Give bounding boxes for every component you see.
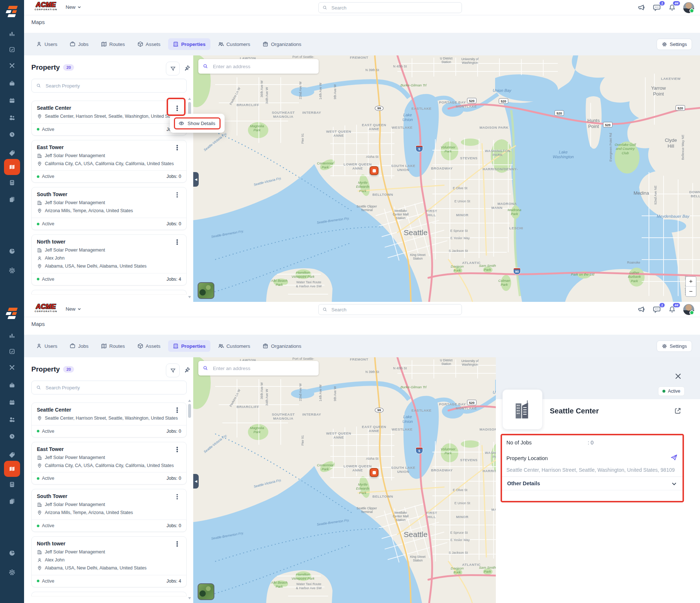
announcements-button[interactable]	[637, 3, 646, 12]
user-avatar[interactable]	[683, 2, 694, 13]
sidebar-item-dashboard[interactable]	[8, 30, 16, 37]
more-options-button[interactable]	[173, 446, 181, 453]
zoom-in-button[interactable]: +	[686, 277, 696, 287]
tab-users[interactable]: Users	[31, 38, 62, 50]
scroll-down-arrow[interactable]	[188, 296, 191, 298]
sidebar-item-settings[interactable]	[8, 569, 16, 576]
map-address-search[interactable]	[198, 361, 319, 376]
tab-assets[interactable]: Assets	[133, 340, 166, 352]
satellite-layer-toggle[interactable]	[198, 282, 214, 299]
panel-collapse-handle[interactable]: ◀	[193, 474, 199, 489]
property-card[interactable]: South TowerJeff Solar Power ManagementAr…	[31, 489, 187, 532]
tab-customers[interactable]: Customers	[213, 38, 255, 50]
sidebar-item-maps-active[interactable]	[4, 461, 20, 477]
sidebar-item-maps-active[interactable]	[4, 159, 20, 175]
sidebar-item-team[interactable]	[8, 114, 16, 121]
user-avatar[interactable]	[683, 304, 694, 315]
scroll-thumb[interactable]	[188, 404, 191, 418]
panel-collapse-handle[interactable]: ◀	[193, 172, 199, 187]
list-scrollbar[interactable]	[187, 400, 192, 599]
tab-assets[interactable]: Assets	[133, 38, 166, 50]
tab-customers[interactable]: Customers	[213, 340, 255, 352]
sidebar-item-reports[interactable]	[8, 248, 16, 255]
tab-properties[interactable]: Properties	[168, 38, 210, 50]
sidebar-item-jobs[interactable]	[8, 80, 16, 87]
filter-button[interactable]	[166, 363, 180, 377]
tab-routes[interactable]: Routes	[96, 340, 130, 352]
notifications-button[interactable]: 44	[668, 3, 677, 12]
app-logo-icon[interactable]	[5, 306, 19, 321]
tab-jobs[interactable]: Jobs	[65, 340, 93, 352]
sidebar-item-estimates[interactable]	[8, 481, 16, 488]
sidebar-item-documents[interactable]	[8, 196, 16, 203]
more-options-button[interactable]	[173, 144, 181, 151]
chevron-down-icon[interactable]	[671, 481, 677, 487]
settings-button[interactable]: Settings	[657, 341, 692, 352]
zoom-out-button[interactable]: −	[686, 287, 696, 296]
close-button[interactable]	[674, 372, 683, 381]
filter-button[interactable]	[166, 62, 180, 75]
chat-button[interactable]: 1	[653, 305, 661, 314]
navigate-icon[interactable]	[670, 454, 678, 462]
sidebar-item-tools[interactable]	[8, 62, 16, 69]
pin-button[interactable]	[183, 366, 191, 374]
sidebar-item-dashboard[interactable]	[8, 332, 16, 339]
app-logo-icon[interactable]	[5, 4, 19, 19]
tab-jobs[interactable]: Jobs	[65, 38, 93, 50]
open-external-button[interactable]	[674, 407, 682, 415]
sidebar-item-reports[interactable]	[8, 549, 16, 557]
more-options-button[interactable]	[173, 105, 181, 112]
sidebar-item-tools[interactable]	[8, 364, 16, 371]
sidebar-item-settings[interactable]	[8, 267, 16, 274]
sidebar-item-tags[interactable]	[8, 451, 16, 458]
property-search[interactable]	[31, 79, 187, 93]
property-card[interactable]: East TowerJeff Solar Power ManagementCal…	[31, 442, 187, 485]
map-address-search[interactable]	[198, 59, 319, 74]
property-card[interactable]: South TowerJeff Solar Power ManagementAr…	[31, 187, 187, 230]
more-options-button[interactable]	[173, 406, 181, 414]
sidebar-item-time[interactable]	[8, 131, 16, 138]
global-search-input[interactable]	[331, 307, 458, 313]
tab-routes[interactable]: Routes	[96, 38, 130, 50]
property-search[interactable]	[31, 381, 187, 394]
property-card[interactable]: Seattle CenterSeattle Center, Harrison S…	[31, 101, 187, 136]
chat-button[interactable]: 1	[653, 3, 661, 12]
map-canvas[interactable]	[193, 357, 496, 603]
sidebar-item-estimates[interactable]	[8, 179, 16, 186]
scroll-down-arrow[interactable]	[188, 597, 191, 599]
pin-button[interactable]	[183, 65, 191, 73]
sidebar-item-time[interactable]	[8, 433, 16, 440]
sidebar-item-tasks[interactable]	[8, 348, 16, 355]
global-search[interactable]	[318, 2, 462, 13]
new-dropdown[interactable]: New	[66, 306, 81, 312]
sidebar-item-calendar[interactable]	[8, 399, 16, 406]
sidebar-item-tags[interactable]	[8, 149, 16, 156]
sidebar-item-calendar[interactable]	[8, 97, 16, 104]
property-card[interactable]: Seattle CenterSeattle Center, Harrison S…	[31, 402, 187, 437]
map-container[interactable]: LAWTONPort of Seattle-FREMONTU District …	[193, 55, 700, 302]
tab-users[interactable]: Users	[31, 340, 62, 352]
property-search-input[interactable]	[45, 83, 182, 89]
satellite-layer-toggle[interactable]	[198, 583, 214, 600]
more-options-button[interactable]	[173, 540, 181, 548]
notifications-button[interactable]: 44	[668, 305, 677, 314]
global-search-input[interactable]	[331, 5, 458, 11]
property-card[interactable]: East TowerJeff Solar Power ManagementCal…	[31, 140, 187, 183]
tab-properties[interactable]: Properties	[168, 340, 210, 352]
property-search-input[interactable]	[45, 385, 182, 391]
scroll-up-arrow[interactable]	[188, 98, 191, 100]
sidebar-item-documents[interactable]	[8, 498, 16, 505]
more-options-button[interactable]	[173, 493, 181, 500]
property-map-marker[interactable]	[370, 166, 378, 175]
sidebar-item-tasks[interactable]	[8, 46, 16, 53]
announcements-button[interactable]	[637, 305, 646, 314]
property-card[interactable]: North towerJeff Solar Power ManagementAl…	[31, 536, 187, 587]
map-address-input[interactable]	[212, 63, 314, 70]
property-card[interactable]: North towerJeff Solar Power ManagementAl…	[31, 234, 187, 285]
new-dropdown[interactable]: New	[66, 4, 81, 10]
sidebar-item-jobs[interactable]	[8, 382, 16, 389]
scroll-up-arrow[interactable]	[188, 400, 191, 402]
show-details-menu-item[interactable]: Show Details	[174, 117, 221, 129]
map-canvas[interactable]	[193, 55, 700, 302]
sidebar-item-team[interactable]	[8, 416, 16, 423]
